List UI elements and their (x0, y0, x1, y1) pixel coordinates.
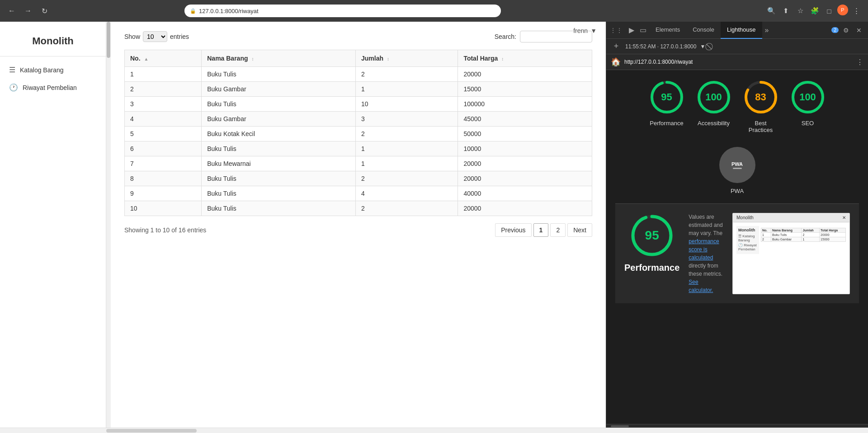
col-jumlah[interactable]: Jumlah ↕ (356, 50, 458, 67)
page-scrollbar[interactable] (106, 22, 111, 428)
cell-no: 1 (125, 67, 202, 82)
see-calculator-link[interactable]: See calculator. (689, 279, 713, 293)
perf-desc-1: Values are estimated and may vary. The (689, 214, 722, 236)
col-total[interactable]: Total Harga ↕ (458, 50, 592, 67)
cell-nama: Buku Kotak Kecil (202, 127, 356, 141)
pwa-dash (733, 168, 742, 169)
score-accessibility: 100 Accessibility (696, 79, 732, 133)
entries-control: Show 10 25 50 100 entries (124, 31, 189, 42)
sidebar-item-katalog[interactable]: ☰ Katalog Barang (0, 61, 106, 79)
forward-button[interactable]: → (22, 5, 34, 17)
screenshot-close-icon: ✕ (842, 215, 846, 220)
col-no[interactable]: No. ▲ (125, 50, 202, 67)
next-button[interactable]: Next (567, 223, 592, 237)
perf-description: Values are estimated and may vary. The p… (689, 213, 723, 294)
devtools-scrollbar[interactable] (606, 424, 868, 428)
cell-jumlah: 4 (356, 186, 458, 201)
table-row: 2Buku Gambar115000 (125, 82, 592, 97)
inspect-icon[interactable]: ▶ (626, 26, 637, 34)
cell-no: 4 (125, 112, 202, 127)
cell-no: 5 (125, 127, 202, 141)
devtools-scroll-thumb (611, 425, 629, 427)
tab-lighthouse-label: Lighthouse (727, 26, 756, 33)
page-2-button[interactable]: 2 (550, 223, 566, 237)
add-button[interactable]: + (611, 41, 622, 52)
sidebar-item-riwayat[interactable]: 🕐 Riwayat Pembelian (0, 79, 106, 96)
perf-circle-large: 95 (629, 213, 675, 258)
lighthouse-url-bar: 🏠 http://127.0.0.1:8000/riwayat ⋮ (606, 54, 868, 70)
devtools-dropdown-icon: ▼ (700, 43, 705, 50)
scores-grid: 95 Performance 100 Accessibility (615, 79, 859, 133)
col-total-label: Total Harga (463, 55, 498, 62)
pagination-bar: Showing 1 to 10 of 16 entries Previous 1… (124, 223, 592, 237)
pagination-controls: Previous 1 2 Next (495, 223, 592, 237)
device-icon[interactable]: ▭ (637, 26, 649, 34)
back-button[interactable]: ← (5, 5, 18, 17)
sort-icon-no: ▲ (144, 56, 148, 61)
bookmark-button[interactable]: ☆ (794, 5, 807, 17)
entries-select[interactable]: 10 25 50 100 (143, 31, 167, 42)
score-best-practices: 83 BestPractices (743, 79, 779, 133)
pwa-label: PWA (731, 188, 744, 194)
entries-label: entries (170, 33, 189, 40)
cell-no: 3 (125, 97, 202, 112)
cell-nama: Buku Tulis (202, 67, 356, 82)
page-bottom-scrollbar[interactable] (0, 428, 868, 433)
devtools-settings-button[interactable]: ⚙ (840, 25, 852, 36)
sort-icon-nama: ↕ (251, 56, 254, 61)
cell-total: 20000 (458, 156, 592, 171)
score-pwa: PWA PWA (719, 147, 755, 194)
previous-button[interactable]: Previous (495, 223, 531, 237)
ss-col-no: No. (761, 228, 771, 233)
table-row: 9Buku Tulis440000 (125, 186, 592, 201)
app-title: Monolith (0, 31, 106, 56)
devtools-close-button[interactable]: ✕ (854, 25, 864, 36)
score-performance: 95 Performance (649, 79, 685, 133)
cell-total: 10000 (458, 141, 592, 156)
tab-elements[interactable]: Elements (649, 22, 686, 39)
data-table: No. ▲ Nama Barang ↕ Jumlah ↕ Total Har (124, 50, 592, 216)
tabs-overflow-icon[interactable]: » (762, 26, 772, 34)
page-1-button[interactable]: 1 (533, 223, 549, 237)
main-container: Monolith ☰ Katalog Barang 🕐 Riwayat Pemb… (0, 22, 868, 428)
extensions-button[interactable]: 🧩 (808, 5, 821, 17)
score-seo: 100 SEO (790, 79, 826, 133)
cell-nama: Buku Mewarnai (202, 156, 356, 171)
cell-no: 8 (125, 171, 202, 186)
window-button[interactable]: □ (823, 5, 835, 17)
search-browser-button[interactable]: 🔍 (765, 5, 778, 17)
ss-table: No. Nama Barang Jumlah Total Harga (761, 228, 846, 242)
lighthouse-menu-button[interactable]: ⋮ (856, 58, 863, 66)
cell-jumlah: 3 (356, 112, 458, 127)
perf-calc-link[interactable]: performance score is calculated (689, 238, 719, 261)
sort-icon-total: ↕ (501, 56, 504, 61)
best-practices-value: 83 (755, 91, 766, 103)
col-no-label: No. (130, 55, 141, 62)
performance-circle: 95 (649, 79, 685, 115)
browser-menu-button[interactable]: ⋮ (850, 5, 863, 17)
ss-col-nama: Nama Barang (771, 228, 801, 233)
col-nama[interactable]: Nama Barang ↕ (202, 50, 356, 67)
perf-large-value: 95 (645, 228, 659, 243)
reload-button[interactable]: ↻ (38, 5, 51, 17)
best-practices-label: BestPractices (749, 120, 773, 133)
cell-nama: Buku Tulis (202, 201, 356, 216)
search-label: Search: (495, 33, 516, 40)
tab-lighthouse[interactable]: Lighthouse (721, 22, 762, 39)
avatar[interactable]: P (837, 5, 848, 15)
show-label: Show (124, 33, 140, 40)
address-bar[interactable]: 🔒 127.0.0.1:8000/riwayat (184, 5, 501, 17)
user-menu[interactable]: frenn ▼ (573, 27, 597, 34)
col-nama-label: Nama Barang (207, 55, 248, 62)
cell-total: 20000 (458, 201, 592, 216)
tab-console[interactable]: Console (686, 22, 721, 39)
devtools-toolbar: ⋮⋮ ▶ ▭ Elements Console Lighthouse » 2 ⚙… (606, 22, 868, 39)
share-button[interactable]: ⬆ (779, 5, 792, 17)
devtools-secondary-bar: + 11:55:52 AM · 127.0.0.1:8000 ▼ ⃠ (606, 39, 868, 54)
ss-col-jumlah: Jumlah (802, 228, 820, 233)
browser-chrome: ← → ↻ 🔒 127.0.0.1:8000/riwayat 🔍 ⬆ ☆ 🧩 □… (0, 0, 868, 22)
scroll-thumb (107, 22, 110, 58)
accessibility-circle: 100 (696, 79, 732, 115)
tab-elements-label: Elements (656, 26, 680, 33)
accessibility-label: Accessibility (698, 120, 730, 127)
